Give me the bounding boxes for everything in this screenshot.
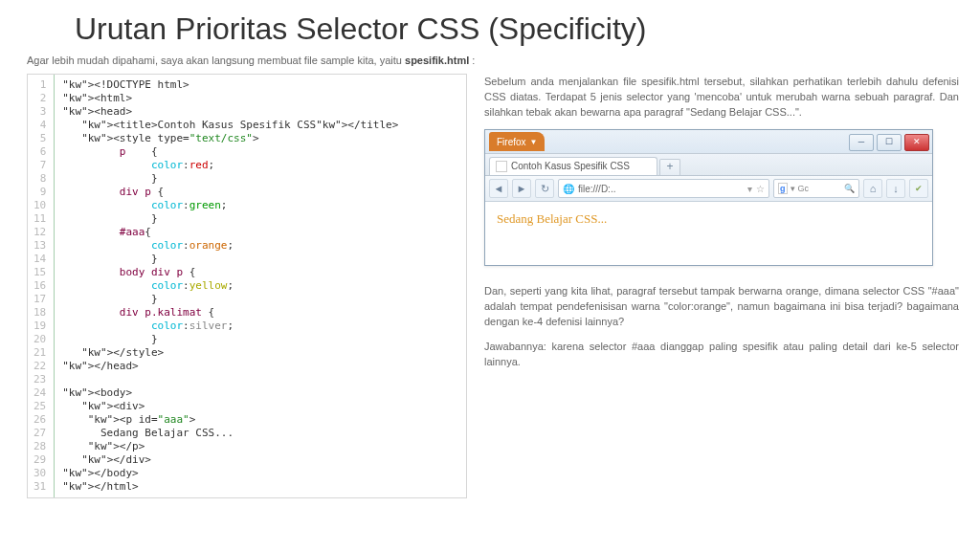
intro-text: Agar lebih mudah dipahami, saya akan lan…: [0, 55, 980, 74]
close-button[interactable]: ✕: [904, 134, 929, 151]
browser-viewport: Sedang Belajar CSS...: [485, 202, 932, 265]
new-tab-button[interactable]: +: [659, 159, 680, 175]
url-bar[interactable]: 🌐 file:///D:.. ▾ ☆: [558, 179, 769, 198]
intro-part-a: Agar lebih mudah dipahami, saya akan lan…: [27, 55, 405, 66]
dropdown-icon: ▾: [747, 184, 752, 194]
intro-part-c: :: [469, 55, 475, 66]
forward-button[interactable]: ►: [512, 179, 531, 198]
browser-window: Firefox▼ ─ ☐ ✕ Contoh Kasus Spesifik CSS…: [484, 129, 933, 266]
back-button[interactable]: ◄: [489, 179, 508, 198]
browser-titlebar: Firefox▼ ─ ☐ ✕: [485, 130, 932, 154]
browser-tabstrip: Contoh Kasus Spesifik CSS +: [485, 154, 932, 176]
right-para-1: Sebelum anda menjalankan file spesifik.h…: [484, 74, 959, 120]
minimize-button[interactable]: ─: [849, 134, 874, 151]
search-placeholder: Gc: [798, 184, 810, 193]
browser-toolbar: ◄ ► ↻ 🌐 file:///D:.. ▾ ☆ g▾ Gc 🔍 ⌂ ↓ ✔: [485, 176, 932, 202]
home-button[interactable]: ⌂: [863, 179, 882, 198]
google-icon: g: [778, 183, 788, 194]
chevron-down-icon: ▼: [530, 138, 538, 146]
bookmark-icon[interactable]: ☆: [756, 184, 765, 194]
firefox-label: Firefox: [497, 137, 526, 147]
code-source: "kw"><!DOCTYPE html>"kw"><html>"kw"><hea…: [55, 75, 406, 497]
code-block: 1234567891011121314151617181920212223242…: [27, 74, 467, 498]
menu-button[interactable]: ✔: [909, 179, 928, 198]
maximize-button[interactable]: ☐: [877, 134, 902, 151]
search-icon: 🔍: [844, 184, 855, 193]
download-button[interactable]: ↓: [886, 179, 905, 198]
intro-filename: spesifik.html: [405, 55, 469, 66]
code-gutter: 1234567891011121314151617181920212223242…: [28, 75, 55, 497]
reload-button[interactable]: ↻: [535, 179, 554, 198]
right-para-2: Dan, seperti yang kita lihat, paragraf t…: [484, 283, 959, 329]
search-bar[interactable]: g▾ Gc 🔍: [773, 179, 859, 198]
page-icon: [496, 161, 507, 172]
globe-icon: 🌐: [563, 184, 574, 194]
firefox-button[interactable]: Firefox▼: [489, 132, 545, 151]
page-title: Urutan Prioritas Selector CSS (Specifici…: [0, 0, 980, 55]
tab-title: Contoh Kasus Spesifik CSS: [511, 158, 630, 175]
browser-tab[interactable]: Contoh Kasus Spesifik CSS: [489, 157, 657, 175]
right-para-3: Jawabannya: karena selector #aaa diangga…: [484, 339, 959, 369]
url-text: file:///D:..: [578, 184, 615, 194]
